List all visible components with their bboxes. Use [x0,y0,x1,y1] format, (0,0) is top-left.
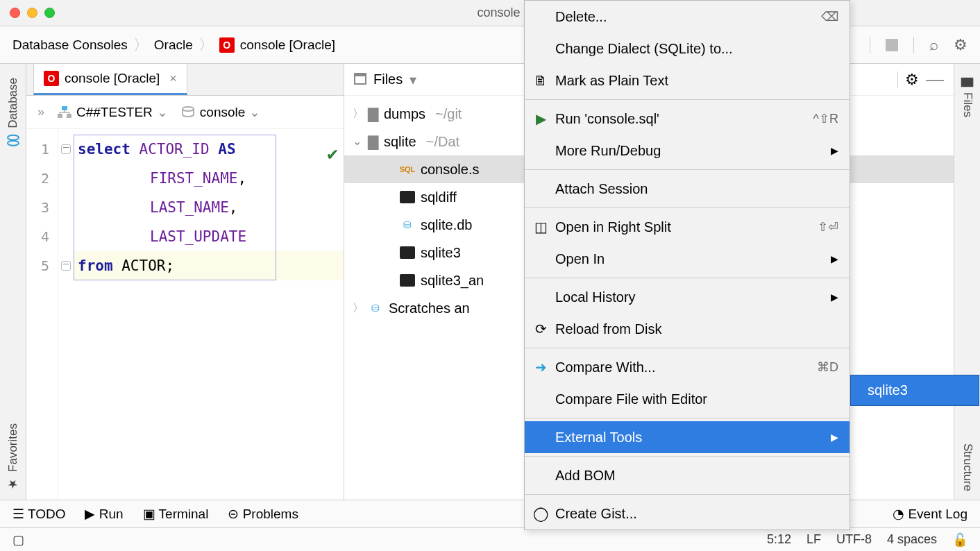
menu-separator [525,348,850,348]
files-tab[interactable]: ▇ Files [958,69,977,126]
folder-icon: ▇ [368,128,378,155]
menu-add-bom[interactable]: Add BOM [525,459,850,491]
window-icon [354,75,366,85]
layout-icon[interactable] [886,39,898,51]
chevron-right-icon[interactable]: 〉 [353,100,362,128]
favorites-tab[interactable]: ★ Favorites [3,415,23,500]
encoding[interactable]: UTF-8 [836,532,872,547]
maximize-window-button[interactable] [44,8,55,18]
chevron-down-icon[interactable]: ▾ [409,71,416,88]
menu-open-in[interactable]: Open In ▶ [525,243,850,275]
console-icon [180,105,196,119]
reload-icon: ⟳ [532,321,550,337]
menu-reload-from-disk[interactable]: ⟳ Reload from Disk [525,313,850,345]
chevron-down-icon[interactable]: ⌄ [353,128,362,155]
fold-marker[interactable] [61,144,71,154]
checkmark-icon: ✔ [327,139,338,168]
schema-icon [57,105,72,119]
expand-icon[interactable]: » [37,105,44,119]
menu-open-right-split[interactable]: ◫ Open in Right Split ⇧⏎ [525,211,850,243]
line-separator[interactable]: LF [806,532,821,547]
problems-button[interactable]: ⊝ Problems [228,506,298,522]
editor-tabs: O console [Oracle] × [26,64,344,96]
event-log-button[interactable]: ◔ Event Log [893,506,968,522]
status-bar: ▢ 5:12 LF UTF-8 4 spaces 🔓 [0,527,980,551]
gear-icon[interactable]: ⚙ [905,71,919,89]
menu-separator [525,207,850,208]
close-window-button[interactable] [10,8,20,18]
database-tab[interactable]: Database [3,69,23,155]
menu-separator [525,418,850,418]
chevron-right-icon: ▶ [831,145,838,156]
editor-tab[interactable]: O console [Oracle] × [33,63,187,95]
code-body[interactable]: ✔ select ACTOR_ID AS FIRST_NAME, LAST_NA… [74,129,344,500]
console-selector[interactable]: console ⌄ [180,104,261,120]
close-tab-icon[interactable]: × [169,71,177,86]
minimize-window-button[interactable] [27,8,37,18]
svg-point-7 [183,107,194,111]
binary-file-icon [400,246,415,259]
schema-selector[interactable]: C##TESTER ⌄ [57,104,168,120]
menu-run-console[interactable]: ▶ Run 'console.sql' ^⇧R [525,103,850,135]
gear-icon[interactable]: ⚙ [954,36,968,54]
minimize-icon[interactable]: — [926,69,944,90]
indent-info[interactable]: 4 spaces [887,532,937,547]
folder-icon: ▇ [368,100,378,128]
text-file-icon: 🗎 [532,73,550,89]
todo-button[interactable]: ☰ TODO [12,506,65,522]
menu-compare-with-editor[interactable]: Compare File with Editor [525,383,850,415]
svg-rect-2 [67,114,71,118]
structure-tab[interactable]: Structure [958,435,977,500]
breadcrumb-item[interactable]: Database Consoles [12,37,128,53]
menu-delete[interactable]: Delete... ⌫ [525,1,850,33]
menu-attach-session[interactable]: Attach Session [525,173,850,205]
lock-icon[interactable]: 🔓 [952,532,968,548]
code-editor[interactable]: 1 2 3 4 5 ✔ select ACTOR_ID AS FIRST_NAM… [26,129,344,500]
db-icon [7,134,19,146]
chevron-right-icon: ▶ [831,291,838,303]
delete-icon: ⌫ [821,9,838,24]
oracle-icon: O [44,71,59,86]
breadcrumb: Database Consoles 〉 Oracle 〉 O console [… [12,35,335,56]
context-menu: Delete... ⌫ Change Dialect (SQLite) to..… [524,0,850,530]
menu-create-gist[interactable]: ◯ Create Gist... [525,498,850,529]
gutter: 1 2 3 4 5 [26,129,58,500]
terminal-button[interactable]: ▣ Terminal [143,506,209,522]
binary-file-icon [400,274,415,287]
chevron-down-icon: ⌄ [157,104,168,120]
search-icon[interactable]: ⌕ [929,36,938,54]
menu-separator [525,456,850,457]
left-tool-window-bar: Database ★ Favorites [0,64,26,500]
sql-file-icon: SQL [400,163,415,176]
menu-more-run-debug[interactable]: More Run/Debug ▶ [525,135,850,167]
breadcrumb-item[interactable]: Oracle [154,37,193,53]
chevron-right-icon: ▶ [831,432,838,443]
status-corner-icon[interactable]: ▢ [12,532,24,548]
menu-external-tools[interactable]: External Tools ▶ [525,421,850,453]
external-tools-submenu: sqlite3 [850,375,979,406]
scratch-icon: ⛁ [368,302,383,314]
split-icon: ◫ [532,219,550,235]
oracle-icon: O [219,37,235,53]
breadcrumb-item[interactable]: console [Oracle] [240,37,335,53]
menu-local-history[interactable]: Local History ▶ [525,281,850,313]
menu-separator [525,278,850,278]
editor-toolbar: » C##TESTER ⌄ console ⌄ [26,96,344,129]
svg-rect-1 [58,114,62,118]
github-icon: ◯ [532,505,550,522]
db-icon: ⛁ [400,219,415,231]
menu-change-dialect[interactable]: Change Dialect (SQLite) to... [525,33,850,65]
menu-mark-plain[interactable]: 🗎 Mark as Plain Text [525,65,850,96]
chevron-right-icon[interactable]: 〉 [353,294,362,322]
menu-compare-with[interactable]: ➜ Compare With... ⌘D [525,351,850,383]
cursor-position[interactable]: 5:12 [767,532,791,547]
submenu-sqlite3[interactable]: sqlite3 [851,375,979,405]
folder-icon: ▇ [961,78,974,87]
editor-pane: O console [Oracle] × » C##TESTER ⌄ conso… [26,64,344,500]
play-icon: ▶ [532,110,550,127]
run-button[interactable]: ▶ Run [85,506,123,522]
fold-column [58,129,74,500]
chevron-down-icon: ⌄ [249,104,260,120]
fold-marker[interactable] [61,261,71,271]
traffic-lights [10,8,55,18]
